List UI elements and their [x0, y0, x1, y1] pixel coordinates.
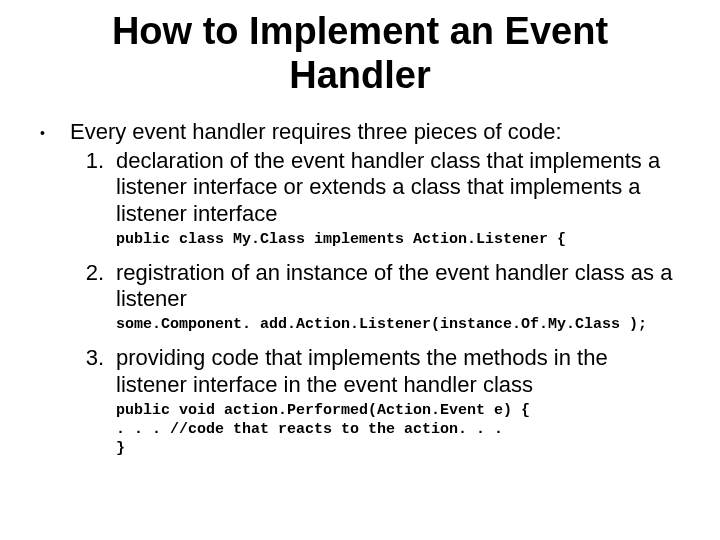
list-number: 2.: [70, 260, 116, 313]
code-block: some.Component. add.Action.Listener(inst…: [116, 316, 680, 335]
list-number: 3.: [70, 345, 116, 398]
list-item: 1. declaration of the event handler clas…: [70, 148, 680, 227]
code-block: public class My.Class implements Action.…: [116, 231, 680, 250]
list-text: providing code that implements the metho…: [116, 345, 680, 398]
list-item: 3. providing code that implements the me…: [70, 345, 680, 398]
list-text: registration of an instance of the event…: [116, 260, 680, 313]
code-block: public void action.Performed(Action.Even…: [116, 402, 680, 458]
slide-title: How to Implement an Event Handler: [80, 10, 640, 97]
bullet-icon: •: [40, 119, 70, 468]
slide-body: • Every event handler requires three pie…: [40, 119, 680, 468]
list-number: 1.: [70, 148, 116, 227]
bullet-item: • Every event handler requires three pie…: [40, 119, 680, 468]
list-item: 2. registration of an instance of the ev…: [70, 260, 680, 313]
slide: How to Implement an Event Handler • Ever…: [0, 0, 720, 540]
bullet-content: Every event handler requires three piece…: [70, 119, 680, 468]
intro-text: Every event handler requires three piece…: [70, 119, 680, 145]
list-text: declaration of the event handler class t…: [116, 148, 680, 227]
